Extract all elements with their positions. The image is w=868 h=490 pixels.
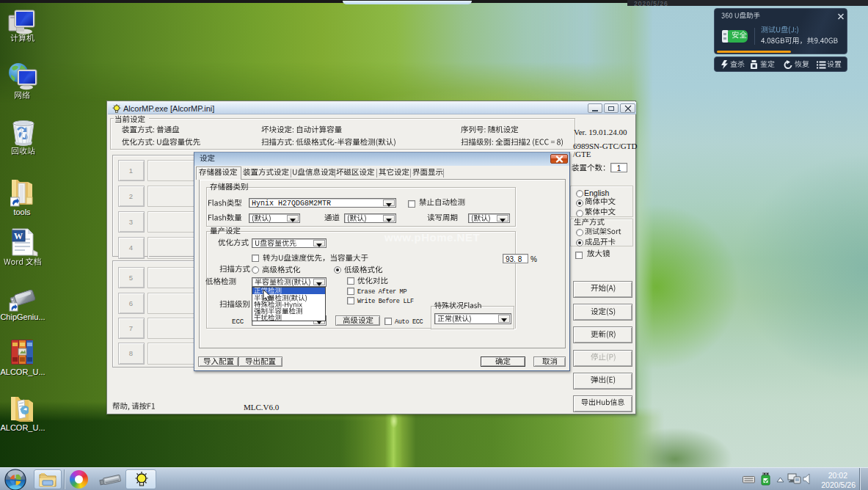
svg-text:W: W xyxy=(14,231,23,241)
